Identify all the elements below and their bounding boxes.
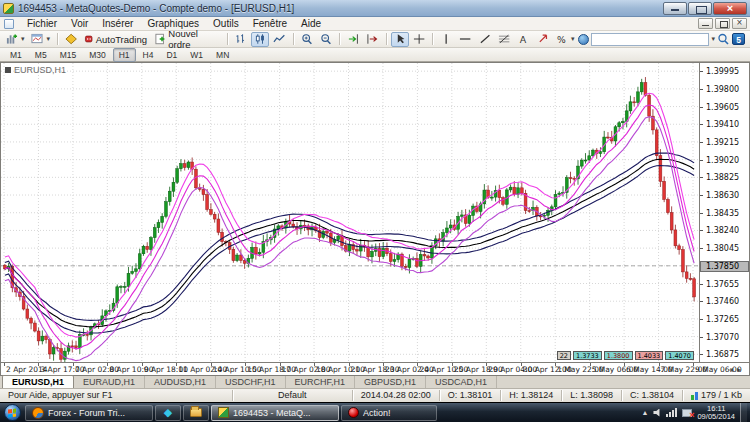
status-connection: 179 / 1 Kb <box>683 390 750 401</box>
menu-item[interactable]: Insérer <box>95 18 140 29</box>
search-icon[interactable] <box>717 33 730 45</box>
indicator-value-box: 1.4033 <box>635 351 664 360</box>
arrows-tool-button[interactable] <box>534 32 552 47</box>
new-chart-dropdown-arrow[interactable]: ▾ <box>21 35 25 43</box>
status-candle-time: 2014.04.28 02:00 <box>353 390 440 401</box>
chart-plot-area[interactable]: EURUSD,H1 221.37331.38001.40331.4070 <box>1 63 699 362</box>
folder-icon <box>190 408 202 417</box>
taskbar-explorer-button[interactable] <box>183 405 209 421</box>
zoom-in-button[interactable] <box>298 32 316 47</box>
timeframe-button[interactable]: W1 <box>184 48 209 62</box>
status-bar: Pour Aide, appuyer sur F1 Default 2014.0… <box>0 389 750 402</box>
line-chart-icon <box>273 33 285 45</box>
fibonacci-tool-button[interactable] <box>495 32 513 47</box>
tray-expand-icon[interactable]: ▲ <box>642 409 649 416</box>
price-axis[interactable]: 1.399951.398001.396051.394101.392151.390… <box>699 63 749 362</box>
taskbar-firefox-button[interactable]: Forex - Forum Tri... <box>25 405 153 421</box>
chart-tab[interactable]: USDCHF,H1 <box>216 376 286 388</box>
horizontal-line-tool-button[interactable] <box>456 32 474 47</box>
chart-tab[interactable]: EURAUD,H1 <box>74 376 145 388</box>
taskbar-mt4-button[interactable]: 1694453 - MetaQ... <box>211 405 339 421</box>
chart-symbol-label: EURUSD,H1 <box>5 65 66 75</box>
mql5-icon[interactable]: 5 <box>732 33 745 45</box>
timeframe-button[interactable]: M30 <box>83 48 112 62</box>
action-window-title: Action! <box>363 408 391 418</box>
chart-tab[interactable]: GBPUSD,H1 <box>355 376 426 388</box>
zoom-out-button[interactable] <box>317 32 335 47</box>
timeframe-button[interactable]: M5 <box>29 48 53 62</box>
chart-tab[interactable]: USDCAD,H1 <box>426 376 497 388</box>
status-profile[interactable]: Default <box>233 390 353 401</box>
window-close-button[interactable] <box>713 2 747 15</box>
indicator-value-box: 22 <box>557 351 571 360</box>
start-button[interactable] <box>1 404 23 422</box>
autotrading-button[interactable]: AutoTrading <box>81 32 150 47</box>
timeframe-button[interactable]: M1 <box>4 48 28 62</box>
window-titlebar[interactable]: 1694453 - MetaQuotes-Demo - Compte demo … <box>0 0 750 17</box>
chart-tab[interactable]: EURUSD,H1 <box>2 375 74 388</box>
autotrading-label: AutoTrading <box>96 34 147 45</box>
trendline-tool-button[interactable] <box>476 32 494 47</box>
crosshair-tool-button[interactable] <box>410 32 428 47</box>
profiles-dropdown-arrow[interactable]: ▾ <box>46 35 50 43</box>
chart-tab[interactable]: EURCHF,H1 <box>286 376 356 388</box>
vertical-line-tool-button[interactable] <box>437 32 455 47</box>
search-dropdown-arrow[interactable]: ▾ <box>711 35 715 43</box>
show-desktop-button[interactable] <box>740 403 747 422</box>
menu-item[interactable]: Fenêtre <box>246 18 294 29</box>
fibonacci-icon <box>498 33 510 45</box>
menu-item[interactable]: Voir <box>64 18 95 29</box>
status-open: O: 1.38101 <box>440 390 502 401</box>
chart-shift-icon <box>366 33 378 45</box>
menu-item[interactable]: Aide <box>294 18 328 29</box>
windows-logo-icon <box>8 408 16 417</box>
line-chart-mode-button[interactable] <box>270 32 288 47</box>
taskbar-action-button[interactable]: Action! <box>341 405 437 421</box>
taskbar-pinned-app-button[interactable]: ◆ <box>155 405 181 421</box>
timeframe-button[interactable]: MN <box>210 48 235 62</box>
indicator-value-box: 1.3800 <box>604 351 633 360</box>
chart-shift-button[interactable] <box>363 32 381 47</box>
new-chart-icon <box>6 33 18 45</box>
mdi-window-buttons <box>698 18 750 29</box>
price-chart[interactable] <box>1 63 698 362</box>
cursor-tool-button[interactable] <box>391 32 409 47</box>
profiles-button[interactable]: ▾ <box>28 32 52 47</box>
shapes-tool-button[interactable]: % ▾ <box>553 32 577 47</box>
status-help-text: Pour Aide, appuyer sur F1 <box>0 390 233 401</box>
expert-advisors-button[interactable] <box>62 32 80 47</box>
timeframe-button[interactable]: H4 <box>137 48 160 62</box>
timeframe-button[interactable]: H1 <box>113 48 136 62</box>
symbol-marker-icon <box>5 67 11 73</box>
new-chart-button[interactable]: ▾ <box>3 32 27 47</box>
document-icon <box>4 19 14 29</box>
menu-item[interactable]: Fichier <box>20 18 64 29</box>
time-axis[interactable]: ◂▸ 2 Apr 20143 Apr 17:007 Apr 02:008 Apr… <box>1 362 749 375</box>
shapes-dropdown-arrow[interactable]: ▾ <box>571 35 575 43</box>
search-scope-icon[interactable] <box>578 34 589 45</box>
record-icon <box>348 407 359 418</box>
new-order-button[interactable]: Nouvel ordre <box>151 32 223 47</box>
window-restore-button[interactable] <box>688 2 712 15</box>
network-error-icon[interactable] <box>682 409 692 417</box>
network-signal-icon[interactable] <box>666 408 677 417</box>
auto-scroll-icon <box>347 33 359 45</box>
timeframe-button[interactable]: M15 <box>54 48 83 62</box>
indicator-value-boxes: 221.37331.38001.40331.4070 <box>557 351 694 360</box>
chart-restore-button[interactable] <box>715 18 730 29</box>
window-minimize-button[interactable] <box>663 2 687 15</box>
chart-minimize-button[interactable] <box>698 18 713 29</box>
crosshair-icon <box>413 33 425 45</box>
shapes-icon: % <box>556 33 568 45</box>
search-input[interactable] <box>591 33 709 46</box>
timeframe-button[interactable]: D1 <box>160 48 183 62</box>
taskbar-clock[interactable]: 16:11 09/05/2014 <box>697 405 735 421</box>
chart-tab[interactable]: AUDUSD,H1 <box>145 376 216 388</box>
text-tool-button[interactable]: A <box>514 32 532 47</box>
candlestick-mode-button[interactable] <box>251 32 269 47</box>
auto-scroll-button[interactable] <box>344 32 362 47</box>
volume-icon[interactable] <box>653 409 661 417</box>
chart-close-button[interactable] <box>732 18 747 29</box>
zoom-out-icon <box>320 33 332 45</box>
bar-chart-mode-button[interactable] <box>232 32 250 47</box>
